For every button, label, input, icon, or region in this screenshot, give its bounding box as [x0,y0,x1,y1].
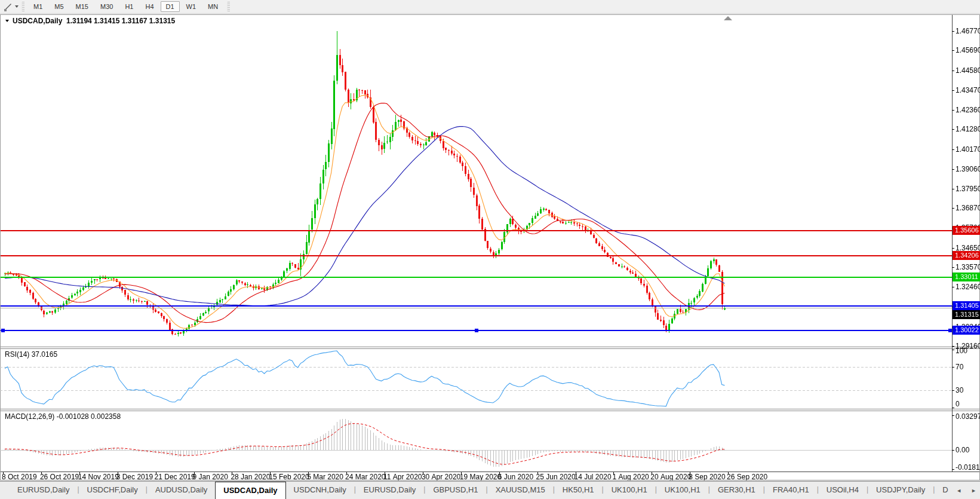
tab-scroll-right-icon[interactable]: ► [971,488,976,494]
timeframe-button-m1[interactable]: M1 [28,1,48,12]
tab-scroll-left-icon[interactable]: ◄ [956,488,961,494]
chart-ohlc-values: 1.31194 1.31415 1.31167 1.31315 [62,17,175,25]
chart-window: USDCAD,Daily 1.31194 1.31415 1.31167 1.3… [0,14,980,480]
macd-indicator-label: MACD(12,26,9) -0.001028 0.002358 [5,412,121,421]
tab-hk50-h1[interactable]: HK50,H1 [555,482,602,499]
tab-dj30-daily[interactable]: DJ30,Daily [935,482,948,499]
tab-eurusd-daily[interactable]: EURUSD,Daily [10,482,77,499]
tab-uk100-h1[interactable]: UK100,H1 [657,482,708,499]
timeframe-button-m5[interactable]: M5 [49,1,69,12]
timeframe-button-d1[interactable]: D1 [161,1,180,12]
tab-usoil-h4[interactable]: USOil,H4 [819,482,867,499]
collapse-indicator-icon[interactable] [5,20,9,22]
timeframe-button-w1[interactable]: W1 [181,1,202,12]
toolbar-grip [227,2,230,11]
rsi-indicator-label: RSI(14) 37.0165 [5,350,57,359]
chart-tab-bar: EURUSD,Daily|USDCHF,Daily|AUDUSD,DailyUS… [0,481,980,499]
price-line-tag: 1.31405 [953,301,980,310]
tab-scroll-arrows: ◄ ► [956,482,976,499]
line-tool-icon [4,2,13,11]
tab-usdchf-daily[interactable]: USDCHF,Daily [79,482,146,499]
tab-strip: EURUSD,Daily|USDCHF,Daily|AUDUSD,DailyUS… [0,482,948,499]
price-line-tag: 1.35606 [953,226,980,235]
price-line-tag: 1.34206 [953,251,980,260]
tab-fra40-h1[interactable]: FRA40,H1 [765,482,817,499]
tab-ger30-h1[interactable]: GER30,H1 [710,482,763,499]
tab-usdcnh-daily[interactable]: USDCNH,Daily [286,482,354,499]
tab-eurusd-daily[interactable]: EURUSD,Daily [356,482,423,499]
price-chart-canvas[interactable] [0,14,980,480]
tab-usdcad-daily[interactable]: USDCAD,Daily [215,482,285,499]
toolbar-grip [21,2,24,11]
price-line-tag: 1.31315 [953,310,980,319]
chevron-down-icon [15,5,19,8]
line-tool-dropdown[interactable] [4,2,19,11]
tab-xauusd-m15[interactable]: XAUUSD,M15 [488,482,553,499]
timeframe-buttons: M1M5M15M30H1H4D1W1MN [27,1,224,12]
tab-audusd-daily[interactable]: AUDUSD,Daily [148,482,215,499]
price-line-tag: 1.33011 [953,273,980,281]
tab-usdjpy-daily[interactable]: USDJPY,Daily [868,482,933,499]
timeframe-button-h4[interactable]: H4 [140,1,159,12]
chart-symbol-label: USDCAD,Daily [13,17,62,25]
tab-gbpusd-h1[interactable]: GBPUSD,H1 [425,482,486,499]
price-line-tag: 1.30022 [953,326,980,335]
timeframe-button-m30[interactable]: M30 [95,1,118,12]
tab-uk100-h1[interactable]: UK100,H1 [604,482,655,499]
top-toolbar: M1M5M15M30H1H4D1W1MN [0,0,980,14]
timeframe-button-mn[interactable]: MN [202,1,223,12]
timeframe-button-h1[interactable]: H1 [119,1,139,12]
chart-title: USDCAD,Daily 1.31194 1.31415 1.31167 1.3… [5,17,175,25]
timeframe-button-m15[interactable]: M15 [70,1,94,12]
